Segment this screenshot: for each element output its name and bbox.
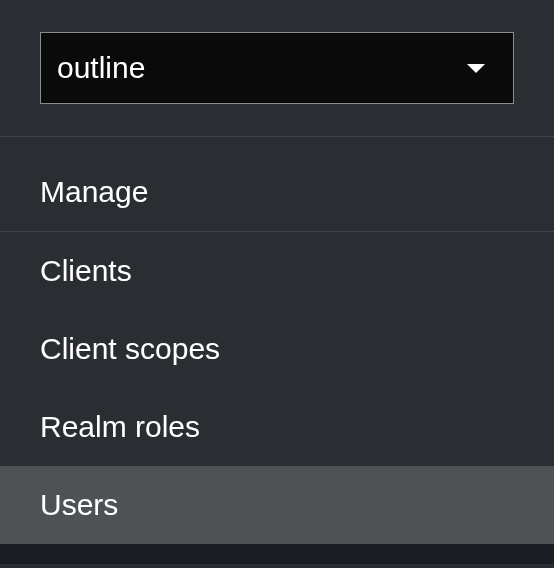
realm-selector-dropdown[interactable]: outline (40, 32, 514, 104)
sidebar-item-clients[interactable]: Clients (0, 232, 554, 310)
bottom-area (0, 544, 554, 564)
nav-section: Manage Clients Client scopes Realm roles… (0, 137, 554, 544)
sidebar-item-client-scopes[interactable]: Client scopes (0, 310, 554, 388)
sidebar-item-users[interactable]: Users (0, 466, 554, 544)
nav-section-header: Manage (0, 161, 554, 232)
caret-down-icon (467, 64, 485, 73)
realm-selector-value: outline (57, 51, 145, 85)
realm-selector-section: outline (0, 0, 554, 137)
sidebar-item-realm-roles[interactable]: Realm roles (0, 388, 554, 466)
